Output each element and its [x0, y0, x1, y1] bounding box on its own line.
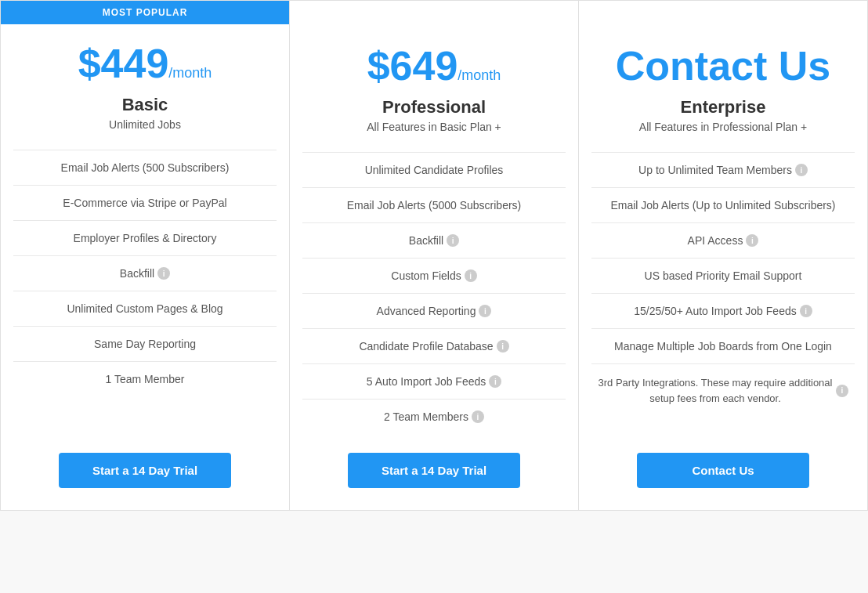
feature-text: Employer Profiles & Directory	[74, 232, 217, 244]
info-icon[interactable]: i	[472, 410, 484, 423]
plan-footer-professional: Start a 14 Day Trial	[290, 434, 578, 510]
plan-name-basic: Basic	[20, 95, 270, 115]
info-icon[interactable]: i	[497, 340, 509, 353]
plan-col-enterprise: Contact UsEnterpriseAll Features in Prof…	[579, 1, 867, 510]
feature-item: Advanced Reportingi	[302, 293, 566, 328]
info-icon[interactable]: i	[489, 375, 501, 388]
feature-text: 5 Auto Import Job Feeds	[367, 375, 486, 388]
features-list-professional: Unlimited Candidate ProfilesEmail Job Al…	[290, 152, 578, 434]
feature-item: Unlimited Candidate Profiles	[302, 152, 566, 187]
cta-button-professional[interactable]: Start a 14 Day Trial	[348, 453, 520, 488]
plan-price-basic: $449/month	[20, 43, 270, 84]
feature-item: Manage Multiple Job Boards from One Logi…	[591, 328, 855, 363]
feature-text: Backfill	[120, 267, 154, 280]
info-icon[interactable]: i	[795, 164, 808, 176]
feature-text: US based Priority Email Support	[645, 269, 802, 282]
plan-subtitle-basic: Unlimited Jobs	[20, 118, 270, 131]
feature-item: Custom Fieldsi	[302, 258, 566, 293]
features-list-basic: Email Job Alerts (500 Subscribers)E-Comm…	[1, 150, 289, 434]
feature-text: Custom Fields	[391, 269, 461, 282]
cta-button-enterprise[interactable]: Contact Us	[637, 453, 809, 488]
plan-subtitle-enterprise: All Features in Professional Plan +	[598, 121, 848, 133]
info-icon[interactable]: i	[157, 267, 170, 280]
plan-subtitle-professional: All Features in Basic Plan +	[309, 121, 559, 133]
plan-col-professional: $649/monthProfessionalAll Features in Ba…	[290, 1, 579, 510]
feature-text: Email Job Alerts (Up to Unlimited Subscr…	[610, 199, 835, 212]
feature-text: API Access	[688, 234, 743, 247]
feature-item: 1 Team Member	[13, 361, 277, 396]
feature-item: 2 Team Membersi	[302, 399, 566, 434]
price-number: $449	[78, 41, 169, 86]
cta-button-basic[interactable]: Start a 14 Day Trial	[59, 453, 231, 488]
third-party-text: 3rd Party Integrations. These may requir…	[598, 375, 833, 406]
feature-item: Unlimited Custom Pages & Blog	[13, 291, 277, 326]
feature-text: Advanced Reporting	[377, 305, 476, 317]
feature-item: Employer Profiles & Directory	[13, 220, 277, 255]
feature-text: Backfill	[409, 234, 443, 247]
feature-item: US based Priority Email Support	[591, 258, 855, 293]
feature-text: Unlimited Candidate Profiles	[365, 164, 504, 176]
no-banner-spacer	[579, 1, 867, 27]
info-icon[interactable]: i	[800, 305, 812, 317]
feature-item: Email Job Alerts (Up to Unlimited Subscr…	[591, 187, 855, 222]
feature-item: Same Day Reporting	[13, 326, 277, 361]
feature-item: Email Job Alerts (5000 Subscribers)	[302, 187, 566, 222]
info-icon[interactable]: i	[746, 234, 758, 247]
plan-footer-basic: Start a 14 Day Trial	[1, 434, 289, 510]
price-period: /month	[458, 67, 501, 83]
info-icon[interactable]: i	[836, 385, 848, 397]
feature-text: Email Job Alerts (5000 Subscribers)	[347, 199, 522, 212]
feature-item: 15/25/50+ Auto Import Job Feedsi	[591, 293, 855, 328]
most-popular-banner: MOST POPULAR	[1, 1, 289, 24]
info-icon[interactable]: i	[465, 269, 477, 282]
feature-text: E-Commerce via Stripe or PayPal	[63, 197, 226, 209]
plan-header-professional: $649/monthProfessionalAll Features in Ba…	[290, 27, 578, 152]
third-party-note: 3rd Party Integrations. These may requir…	[591, 363, 855, 417]
feature-text: Same Day Reporting	[94, 338, 196, 350]
feature-item: API Accessi	[591, 222, 855, 258]
feature-text: Manage Multiple Job Boards from One Logi…	[614, 340, 832, 353]
feature-item: Email Job Alerts (500 Subscribers)	[13, 150, 277, 185]
feature-text: 1 Team Member	[106, 373, 185, 385]
feature-text: 15/25/50+ Auto Import Job Feeds	[634, 305, 796, 317]
plan-name-professional: Professional	[309, 97, 559, 118]
feature-item: Candidate Profile Databasei	[302, 328, 566, 363]
feature-item: Up to Unlimited Team Membersi	[591, 152, 855, 187]
plan-header-enterprise: Contact UsEnterpriseAll Features in Prof…	[579, 27, 867, 152]
pricing-table: MOST POPULAR$449/monthBasicUnlimited Job…	[0, 0, 868, 511]
plan-name-enterprise: Enterprise	[598, 97, 848, 118]
feature-item: Backfilli	[302, 222, 566, 258]
feature-item: E-Commerce via Stripe or PayPal	[13, 185, 277, 220]
feature-text: Up to Unlimited Team Members	[638, 164, 792, 176]
feature-text: Candidate Profile Database	[359, 340, 493, 353]
feature-text: Email Job Alerts (500 Subscribers)	[61, 161, 230, 174]
no-banner-spacer	[290, 1, 578, 27]
plan-col-basic: MOST POPULAR$449/monthBasicUnlimited Job…	[1, 1, 290, 510]
feature-item: Backfilli	[13, 255, 277, 291]
info-icon[interactable]: i	[479, 305, 491, 317]
features-list-enterprise: Up to Unlimited Team MembersiEmail Job A…	[579, 152, 867, 434]
feature-text: 2 Team Members	[384, 410, 468, 423]
info-icon[interactable]: i	[447, 234, 459, 247]
plan-footer-enterprise: Contact Us	[579, 434, 867, 510]
plan-price-professional: $649/month	[309, 45, 559, 86]
plan-header-basic: $449/monthBasicUnlimited Jobs	[1, 24, 289, 150]
feature-text: Unlimited Custom Pages & Blog	[67, 302, 222, 315]
price-period: /month	[168, 65, 212, 81]
price-number: $649	[367, 43, 458, 89]
feature-item: 5 Auto Import Job Feedsi	[302, 363, 566, 399]
plan-price-enterprise: Contact Us	[598, 45, 848, 86]
